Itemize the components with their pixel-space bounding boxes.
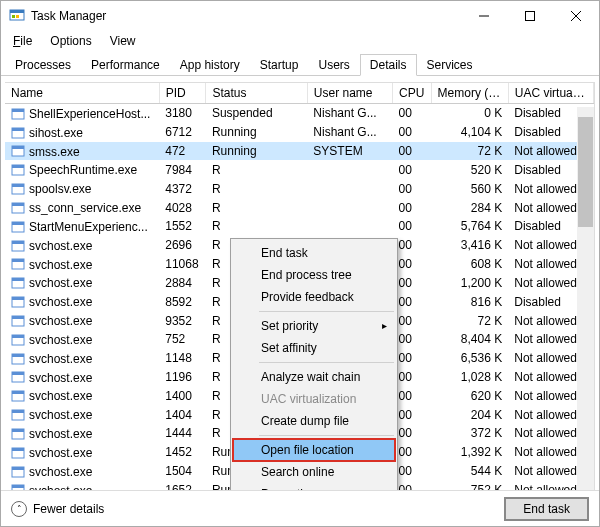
col-header-cpu[interactable]: CPU [393, 83, 432, 104]
menu-options[interactable]: Options [42, 33, 99, 49]
col-header-name[interactable]: Name [5, 83, 159, 104]
cm-provide-feedback[interactable]: Provide feedback [233, 286, 395, 308]
svg-rect-1 [10, 10, 24, 13]
process-name: svchost.exe [29, 370, 92, 384]
end-task-button[interactable]: End task [504, 497, 589, 521]
cell-pid: 3180 [159, 104, 206, 123]
svg-rect-9 [12, 109, 24, 112]
tab-processes[interactable]: Processes [5, 54, 81, 76]
process-icon [11, 314, 25, 328]
process-name: svchost.exe [29, 333, 92, 347]
cell-cpu: 00 [393, 330, 432, 349]
process-icon [11, 370, 25, 384]
cell-pid: 2884 [159, 273, 206, 292]
cell-cpu: 00 [393, 255, 432, 274]
cell-cpu: 00 [393, 179, 432, 198]
cell-pid: 1452 [159, 443, 206, 462]
window-controls [461, 1, 599, 31]
cell-user: Nishant G... [307, 123, 392, 142]
vertical-scrollbar[interactable] [577, 107, 594, 490]
cm-properties[interactable]: Properties [233, 483, 395, 490]
process-name: svchost.exe [29, 408, 92, 422]
maximize-button[interactable] [507, 1, 553, 31]
table-row[interactable]: spoolsv.exe4372R00560 KNot allowed [5, 179, 594, 198]
cm-create-dump-file[interactable]: Create dump file [233, 410, 395, 432]
process-name: svchost.exe [29, 446, 92, 460]
process-name: svchost.exe [29, 257, 92, 271]
cell-user [307, 217, 392, 236]
cm-set-priority[interactable]: Set priority▸ [233, 315, 395, 337]
cell-cpu: 00 [393, 368, 432, 387]
process-icon [11, 257, 25, 271]
tab-performance[interactable]: Performance [81, 54, 170, 76]
svg-rect-19 [12, 203, 24, 206]
table-row[interactable]: ss_conn_service.exe4028R00284 KNot allow… [5, 198, 594, 217]
cell-pid: 752 [159, 330, 206, 349]
menu-view[interactable]: View [102, 33, 144, 49]
process-name: sihost.exe [29, 126, 83, 140]
cell-user: SYSTEM [307, 142, 392, 161]
col-header-uac[interactable]: UAC virtualizat... [508, 83, 593, 104]
process-name: spoolsv.exe [29, 182, 91, 196]
table-row[interactable]: StartMenuExperienc...1552R005,764 KDisab… [5, 217, 594, 236]
svg-rect-5 [526, 12, 535, 21]
cm-analyze-wait-chain[interactable]: Analyze wait chain [233, 366, 395, 388]
cell-memory: 608 K [431, 255, 508, 274]
svg-rect-25 [12, 259, 24, 262]
table-row[interactable]: sihost.exe6712RunningNishant G...004,104… [5, 123, 594, 142]
cell-cpu: 00 [393, 481, 432, 490]
cm-set-priority-label: Set priority [261, 319, 318, 333]
cell-status: R [206, 198, 307, 217]
cm-end-process-tree[interactable]: End process tree [233, 264, 395, 286]
minimize-button[interactable] [461, 1, 507, 31]
svg-rect-45 [12, 448, 24, 451]
cell-memory: 560 K [431, 179, 508, 198]
tab-services[interactable]: Services [417, 54, 483, 76]
col-header-memory[interactable]: Memory (a... [431, 83, 508, 104]
chevron-up-icon: ˄ [11, 501, 27, 517]
table-row[interactable]: SpeechRuntime.exe7984R00520 KDisabled [5, 160, 594, 179]
process-name: SpeechRuntime.exe [29, 163, 137, 177]
svg-rect-35 [12, 354, 24, 357]
cell-cpu: 00 [393, 160, 432, 179]
cell-cpu: 00 [393, 386, 432, 405]
fewer-details-toggle[interactable]: ˄ Fewer details [11, 501, 104, 517]
app-icon [9, 7, 25, 26]
cell-cpu: 00 [393, 217, 432, 236]
cm-end-task[interactable]: End task [233, 242, 395, 264]
process-name: svchost.exe [29, 465, 92, 479]
cm-set-affinity[interactable]: Set affinity [233, 337, 395, 359]
svg-rect-27 [12, 278, 24, 281]
cell-pid: 1552 [159, 217, 206, 236]
tab-startup[interactable]: Startup [250, 54, 309, 76]
tab-details[interactable]: Details [360, 54, 417, 76]
process-name: StartMenuExperienc... [29, 220, 148, 234]
cm-search-online[interactable]: Search online [233, 461, 395, 483]
tab-users[interactable]: Users [308, 54, 359, 76]
process-icon [11, 201, 25, 215]
col-header-pid[interactable]: PID [159, 83, 206, 104]
close-button[interactable] [553, 1, 599, 31]
table-row[interactable]: smss.exe472RunningSYSTEM0072 KNot allowe… [5, 142, 594, 161]
cell-memory: 1,392 K [431, 443, 508, 462]
cell-memory: 72 K [431, 142, 508, 161]
svg-rect-17 [12, 184, 24, 187]
cell-pid: 6712 [159, 123, 206, 142]
table-row[interactable]: ShellExperienceHost...3180SuspendedNisha… [5, 104, 594, 123]
menu-file[interactable]: File [5, 33, 40, 49]
cell-pid: 1444 [159, 424, 206, 443]
window-title: Task Manager [31, 9, 106, 23]
cell-memory: 1,028 K [431, 368, 508, 387]
process-name: svchost.exe [29, 427, 92, 441]
cell-pid: 4372 [159, 179, 206, 198]
col-header-user[interactable]: User name [307, 83, 392, 104]
cm-open-file-location[interactable]: Open file location [233, 439, 395, 461]
col-header-status[interactable]: Status [206, 83, 307, 104]
fewer-details-label: Fewer details [33, 502, 104, 516]
scrollbar-thumb[interactable] [578, 117, 593, 227]
cell-pid: 1504 [159, 462, 206, 481]
cell-memory: 4,104 K [431, 123, 508, 142]
tab-app-history[interactable]: App history [170, 54, 250, 76]
cell-cpu: 00 [393, 236, 432, 255]
cm-separator [259, 435, 394, 436]
